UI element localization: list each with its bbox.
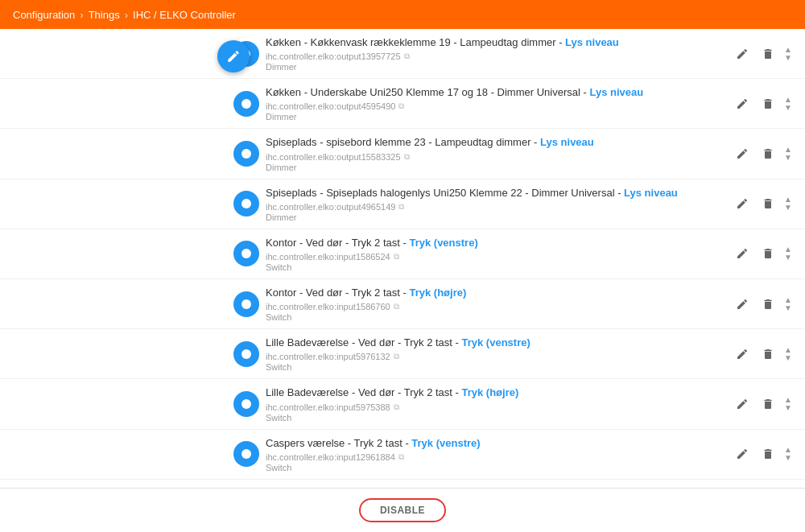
edit-button[interactable] xyxy=(733,144,752,163)
delete-button[interactable] xyxy=(758,344,778,364)
item-type: Dimmer xyxy=(266,112,733,122)
trash-icon xyxy=(762,97,774,110)
sort-down-icon[interactable]: ▼ xyxy=(784,304,792,312)
sort-down-icon[interactable]: ▼ xyxy=(784,154,792,162)
item-dot xyxy=(242,399,251,409)
item-actions: ▲ ▼ xyxy=(733,194,792,213)
item-status-circle xyxy=(233,291,259,317)
list-item: Kontor - Ved dør - Tryk 2 tast - Tryk (v… xyxy=(0,229,805,279)
sort-arrows[interactable]: ▲ ▼ xyxy=(784,146,792,162)
item-content: Køkken - Underskabe Uni250 Klemme 17 og … xyxy=(225,85,733,122)
item-title-highlight: Lys niveau xyxy=(565,36,619,48)
disable-button[interactable]: DISABLE xyxy=(359,498,446,522)
item-status-circle xyxy=(233,91,259,117)
item-uid: ihc.controller.elko:input12961884 xyxy=(266,452,395,462)
sort-down-icon[interactable]: ▼ xyxy=(784,254,792,262)
copy-icon[interactable]: ⧉ xyxy=(404,52,410,61)
edit-button[interactable] xyxy=(733,444,752,464)
item-status-circle xyxy=(233,391,259,417)
item-content: Caspers værelse - Tryk 2 tast - Tryk (ve… xyxy=(225,436,733,472)
edit-button[interactable] xyxy=(733,394,752,414)
item-dot xyxy=(242,299,251,309)
edit-button[interactable] xyxy=(733,44,752,64)
item-title-highlight: Tryk (venstre) xyxy=(461,336,530,348)
delete-button[interactable] xyxy=(758,444,778,464)
item-dot xyxy=(242,99,251,109)
copy-icon[interactable]: ⧉ xyxy=(394,252,399,262)
delete-button[interactable] xyxy=(758,194,778,213)
sort-down-icon[interactable]: ▼ xyxy=(784,54,792,62)
item-title: Køkken - Køkkenvask rækkeklemme 19 - Lam… xyxy=(266,35,733,50)
copy-icon[interactable]: ⧉ xyxy=(398,452,404,462)
item-subtitle: ihc.controller.elko:output15583325 ⧉ xyxy=(266,152,733,162)
copy-icon[interactable]: ⧉ xyxy=(394,352,399,361)
copy-icon[interactable]: ⧉ xyxy=(394,402,399,412)
item-uid: ihc.controller.elko:output4595490 xyxy=(266,101,395,111)
delete-button[interactable] xyxy=(758,94,778,113)
item-title-highlight: Tryk (venstre) xyxy=(409,237,477,249)
list-item: Kontor - Ved dør - Tryk 2 tast - Tryk (h… xyxy=(0,279,805,329)
sort-down-icon[interactable]: ▼ xyxy=(784,204,792,212)
item-status-circle xyxy=(233,341,259,367)
item-title-prefix: Køkken - Underskabe Uni250 Klemme 17 og … xyxy=(266,86,589,98)
copy-icon[interactable]: ⧉ xyxy=(404,152,410,162)
item-type: Switch xyxy=(266,413,733,423)
sort-arrows[interactable]: ▲ ▼ xyxy=(784,46,792,62)
nav-things[interactable]: Things xyxy=(89,9,120,21)
edit-button[interactable] xyxy=(733,94,752,113)
item-actions: ▲ ▼ xyxy=(733,244,792,263)
sort-arrows[interactable]: ▲ ▼ xyxy=(784,396,792,412)
item-actions: ▲ ▼ xyxy=(733,344,792,364)
item-title-highlight: Lys niveau xyxy=(540,136,594,148)
delete-button[interactable] xyxy=(758,295,778,314)
item-title-highlight: Lys niveau xyxy=(589,86,643,98)
list-item: Spiseplads - Spiseplads halogenlys Uni25… xyxy=(0,179,805,229)
item-title-prefix: Kontor - Ved dør - Tryk 2 tast - xyxy=(266,237,409,249)
item-status-circle xyxy=(233,191,259,217)
item-uid: ihc.controller.elko:output15583325 xyxy=(266,152,401,162)
list-item: Køkken - Underskabe Uni250 Klemme 17 og … xyxy=(0,79,805,129)
sort-down-icon[interactable]: ▼ xyxy=(784,104,792,112)
list-item: Lille Badeværelse - Ved dør - Tryk 2 tas… xyxy=(0,329,805,379)
item-type: Switch xyxy=(266,463,733,472)
delete-button[interactable] xyxy=(758,144,778,163)
delete-button[interactable] xyxy=(758,44,778,64)
item-title-highlight: Lys niveau xyxy=(624,187,678,199)
sort-down-icon[interactable]: ▼ xyxy=(784,354,792,362)
delete-button[interactable] xyxy=(758,244,778,263)
edit-button[interactable] xyxy=(733,194,752,213)
item-title: Lille Badeværelse - Ved dør - Tryk 2 tas… xyxy=(266,386,733,400)
item-actions: ▲ ▼ xyxy=(733,295,792,314)
pencil-icon xyxy=(226,49,241,64)
copy-icon[interactable]: ⧉ xyxy=(394,302,399,311)
bottom-bar: DISABLE xyxy=(0,488,805,532)
item-title-prefix: Lille Badeværelse - Ved dør - Tryk 2 tas… xyxy=(266,336,461,348)
fab-button[interactable] xyxy=(217,40,250,72)
copy-icon[interactable]: ⧉ xyxy=(398,202,404,212)
edit-icon xyxy=(736,197,749,210)
item-title-prefix: Spiseplads - spisebord klemme 23 - Lampe… xyxy=(266,136,540,148)
edit-button[interactable] xyxy=(733,295,752,314)
nav-configuration[interactable]: Configuration xyxy=(13,9,75,21)
sort-down-icon[interactable]: ▼ xyxy=(784,454,792,462)
sort-arrows[interactable]: ▲ ▼ xyxy=(784,296,792,312)
item-type: Switch xyxy=(266,312,733,322)
sort-arrows[interactable]: ▲ ▼ xyxy=(784,446,792,462)
sort-down-icon[interactable]: ▼ xyxy=(784,404,792,412)
main-content: Køkken - Køkkenvask rækkeklemme 19 - Lam… xyxy=(0,29,805,532)
edit-icon xyxy=(736,348,749,361)
trash-icon xyxy=(762,47,774,60)
item-subtitle: ihc.controller.elko:input12961884 ⧉ xyxy=(266,452,733,462)
edit-icon xyxy=(736,398,749,410)
sort-arrows[interactable]: ▲ ▼ xyxy=(784,196,792,212)
edit-button[interactable] xyxy=(733,244,752,263)
item-content: Spiseplads - spisebord klemme 23 - Lampe… xyxy=(225,135,733,171)
edit-button[interactable] xyxy=(733,344,752,364)
copy-icon[interactable]: ⧉ xyxy=(398,101,404,111)
sort-arrows[interactable]: ▲ ▼ xyxy=(784,245,792,262)
sort-arrows[interactable]: ▲ ▼ xyxy=(784,96,792,112)
delete-button[interactable] xyxy=(758,394,778,414)
sort-arrows[interactable]: ▲ ▼ xyxy=(784,346,792,362)
list-item: Køkken - Køkkenvask rækkeklemme 19 - Lam… xyxy=(0,29,805,79)
item-actions: ▲ ▼ xyxy=(733,94,792,113)
